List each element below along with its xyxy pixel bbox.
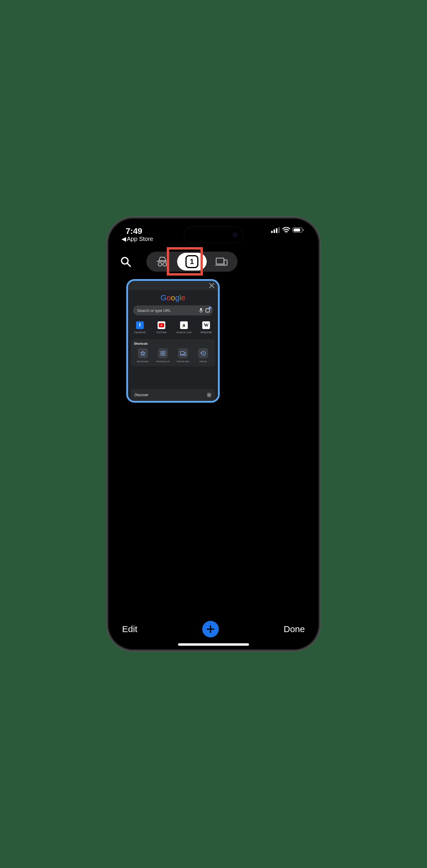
shortcut-bookmarks[interactable]: Bookmarks: [134, 348, 152, 363]
bottom-toolbar: Edit Done: [108, 617, 319, 641]
new-tab-button[interactable]: [202, 621, 219, 638]
close-icon[interactable]: [209, 283, 214, 288]
search-input[interactable]: Search or type URL N: [133, 305, 213, 315]
history-icon: [198, 348, 208, 358]
incognito-tabs-button[interactable]: [148, 253, 177, 271]
gear-icon[interactable]: [207, 393, 211, 397]
svg-rect-16: [224, 260, 227, 265]
tab-content-preview: Google Search or type URL N f Facebook: [128, 290, 218, 401]
svg-rect-1: [274, 229, 275, 233]
done-button[interactable]: Done: [283, 624, 305, 634]
edit-button[interactable]: Edit: [122, 624, 138, 634]
battery-icon: [293, 227, 304, 233]
svg-rect-0: [271, 231, 273, 233]
most-visited-row: f Facebook YouTube a⌣ Amazon.com W Wikip…: [131, 321, 215, 334]
lens-icon[interactable]: N: [205, 307, 211, 313]
wikipedia-icon: W: [202, 321, 210, 329]
youtube-icon: [158, 321, 165, 329]
list-icon: [158, 348, 168, 358]
discover-label: Discover: [134, 393, 148, 397]
site-youtube[interactable]: YouTube: [154, 321, 168, 334]
status-icons: [271, 227, 304, 233]
status-time: 7:49: [126, 226, 153, 236]
synced-devices-button[interactable]: [207, 253, 236, 271]
svg-rect-3: [278, 227, 280, 233]
svg-rect-7: [303, 229, 304, 231]
svg-rect-2: [276, 228, 277, 233]
tab-count-badge: 1: [185, 255, 199, 268]
wifi-icon: [282, 227, 290, 233]
search-icon[interactable]: [120, 256, 131, 268]
svg-line-39: [210, 393, 211, 394]
cellular-icon: [271, 227, 280, 233]
site-amazon[interactable]: a⌣ Amazon.com: [176, 321, 192, 334]
svg-rect-30: [184, 353, 186, 355]
home-indicator[interactable]: [178, 643, 249, 646]
svg-point-32: [208, 394, 210, 396]
svg-marker-23: [141, 351, 145, 355]
svg-line-40: [207, 396, 208, 397]
front-camera: [233, 232, 238, 237]
svg-line-37: [207, 393, 208, 394]
shortcut-reading-list[interactable]: Reading List: [154, 348, 172, 363]
mic-icon[interactable]: [199, 308, 203, 313]
svg-point-4: [286, 232, 287, 233]
devices-icon: [215, 257, 228, 267]
svg-point-12: [163, 262, 166, 266]
site-wikipedia[interactable]: W Wikipedia: [199, 321, 213, 334]
amazon-icon: a⌣: [180, 321, 188, 329]
facebook-icon: f: [136, 321, 144, 329]
svg-rect-19: [200, 308, 202, 311]
regular-tabs-button[interactable]: 1: [177, 253, 207, 271]
shortcuts-card: Shortcuts Bookmarks Reading List: [131, 339, 215, 366]
shortcut-history[interactable]: History: [194, 348, 212, 363]
tab-group-segment: 1: [146, 252, 238, 272]
back-label: App Store: [127, 236, 153, 242]
tab-header: [128, 281, 218, 290]
shortcuts-title: Shortcuts: [134, 342, 212, 345]
chevron-left-icon: ◀: [122, 235, 126, 242]
svg-rect-6: [294, 228, 300, 231]
devices-small-icon: [178, 348, 188, 358]
search-placeholder: Search or type URL: [137, 308, 171, 313]
star-icon: [138, 348, 148, 358]
svg-line-38: [210, 396, 211, 397]
svg-point-11: [158, 262, 162, 266]
phone-frame: 7:49 ◀ App Store: [107, 217, 320, 651]
google-logo: Google: [160, 293, 185, 303]
discover-section[interactable]: Discover: [131, 389, 215, 401]
svg-rect-28: [180, 351, 184, 354]
svg-line-9: [127, 264, 130, 267]
back-to-app-store[interactable]: ◀ App Store: [122, 235, 153, 242]
shortcut-recent-tabs[interactable]: Recent tabs: [174, 348, 192, 363]
svg-rect-14: [216, 258, 224, 264]
tab-switcher-toolbar: 1: [108, 251, 319, 272]
incognito-icon: [156, 256, 168, 267]
plus-icon: [206, 625, 215, 633]
site-facebook[interactable]: f Facebook: [133, 321, 147, 334]
dynamic-island: [184, 226, 243, 243]
tab-thumbnail[interactable]: Google Search or type URL N f Facebook: [126, 279, 220, 403]
